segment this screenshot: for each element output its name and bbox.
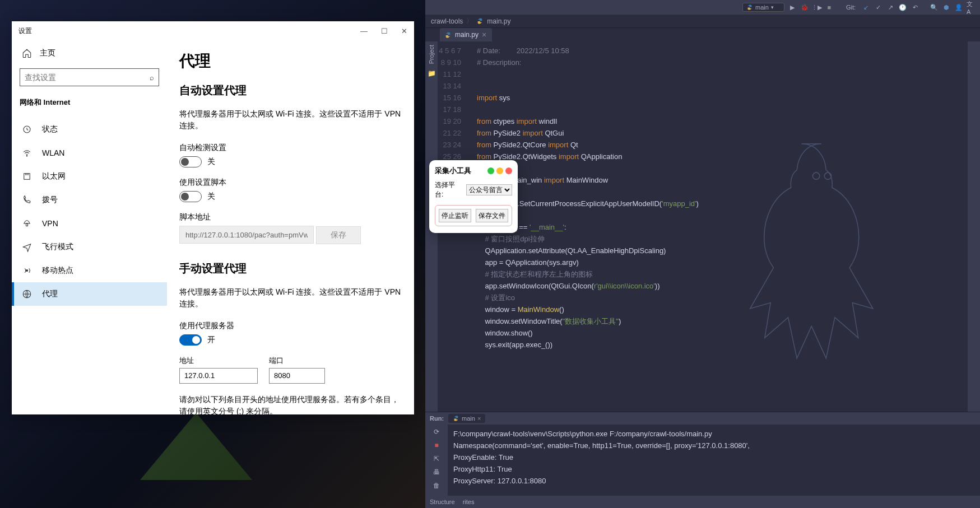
script-address-input[interactable] bbox=[179, 226, 314, 244]
git-update-icon[interactable]: ↙ bbox=[861, 3, 870, 12]
sidebar-item-label: 拨号 bbox=[42, 195, 58, 205]
git-label: Git: bbox=[844, 4, 858, 11]
stop-icon[interactable]: ■ bbox=[825, 3, 834, 12]
chevron-down-icon: ▾ bbox=[771, 4, 774, 10]
settings-sidebar: 主页 ⌕ 网络和 Internet 状态 WLAN 以太网 拨号 VPN 飞行模… bbox=[12, 40, 167, 414]
avatar-icon[interactable]: 👤 bbox=[954, 3, 963, 12]
auto-description: 将代理服务器用于以太网或 Wi-Fi 连接。这些设置不适用于 VPN 连接。 bbox=[179, 108, 402, 132]
chevron-right-icon: 〉 bbox=[466, 16, 473, 26]
python-icon bbox=[444, 31, 452, 39]
search-input[interactable] bbox=[25, 73, 150, 82]
rerun-icon[interactable]: ⟳ bbox=[434, 428, 439, 436]
save-button-auto[interactable]: 保存 bbox=[316, 226, 361, 244]
window-controls: — ☐ ✕ bbox=[360, 27, 407, 35]
python-icon bbox=[476, 17, 484, 25]
port-input[interactable] bbox=[269, 368, 325, 384]
folder-icon[interactable]: 📁 bbox=[428, 69, 436, 77]
sidebar-item-label: 以太网 bbox=[42, 171, 66, 181]
git-push-icon[interactable]: ↗ bbox=[886, 3, 895, 12]
sidebar-item-label: 代理 bbox=[42, 289, 58, 299]
sidebar-item-label: WLAN bbox=[42, 148, 64, 157]
stop-icon[interactable]: ■ bbox=[434, 441, 438, 449]
run-config-selector[interactable]: main ▾ bbox=[742, 3, 784, 12]
vpn-icon bbox=[22, 218, 32, 229]
close-icon[interactable]: × bbox=[477, 415, 481, 422]
python-icon bbox=[746, 4, 753, 11]
save-file-button[interactable]: 保存文件 bbox=[476, 209, 508, 222]
sidebar-item-vpn[interactable]: VPN bbox=[12, 212, 167, 235]
more-run-icon[interactable]: ⋮▶ bbox=[812, 3, 821, 12]
run-icon[interactable]: ▶ bbox=[788, 3, 797, 12]
sidebar-item-home[interactable]: 主页 bbox=[12, 43, 167, 64]
status-icon bbox=[22, 124, 32, 134]
run-config-name: main bbox=[755, 4, 769, 11]
minimize-button[interactable]: — bbox=[360, 27, 368, 35]
svg-point-4 bbox=[26, 270, 28, 272]
sidebar-item-label: VPN bbox=[42, 219, 58, 228]
light-yellow[interactable] bbox=[496, 167, 503, 174]
layout-icon[interactable]: ⇱ bbox=[434, 455, 439, 463]
maximize-button[interactable]: ☐ bbox=[381, 27, 388, 35]
light-red[interactable] bbox=[505, 167, 512, 174]
git-history-icon[interactable]: 🕐 bbox=[898, 3, 907, 12]
git-revert-icon[interactable]: ↶ bbox=[911, 3, 919, 12]
breadcrumb: crawl-tools 〉 main.py bbox=[425, 15, 980, 28]
ide-toolbar: main ▾ ▶ 🐞 ⋮▶ ■ Git: ↙ ✓ ↗ 🕐 ↶ 🔍 ⬢ 👤 文A bbox=[425, 0, 980, 15]
close-tab-icon[interactable]: × bbox=[482, 30, 486, 39]
translate-icon[interactable]: 文A bbox=[967, 3, 976, 12]
platform-label: 选择平台: bbox=[435, 180, 463, 199]
sidebar-item-label: 移动热点 bbox=[42, 265, 73, 276]
favorites-toolwindow-button[interactable]: rites bbox=[463, 498, 475, 505]
traffic-lights bbox=[487, 167, 512, 174]
search-icon[interactable]: 🔍 bbox=[930, 3, 939, 12]
trash-icon[interactable]: 🗑 bbox=[433, 482, 440, 490]
address-input[interactable] bbox=[179, 368, 258, 384]
stop-listen-button[interactable]: 停止监听 bbox=[439, 209, 471, 222]
sidebar-item-wlan[interactable]: WLAN bbox=[12, 141, 167, 165]
page-title: 代理 bbox=[179, 50, 402, 72]
use-proxy-toggle[interactable] bbox=[179, 334, 202, 346]
print-icon[interactable]: 🖶 bbox=[433, 468, 440, 476]
right-toolwindow-bar bbox=[968, 41, 980, 412]
sidebar-item-label: 飞行模式 bbox=[42, 242, 73, 252]
code-editor[interactable]: # Date: 2022/12/5 10:58# Description: im… bbox=[467, 41, 968, 412]
run-tab-label: main bbox=[462, 415, 475, 422]
sidebar-category: 网络和 Internet bbox=[12, 94, 167, 118]
git-commit-icon[interactable]: ✓ bbox=[874, 3, 883, 12]
editor-tabs: main.py × bbox=[425, 28, 980, 41]
settings-icon[interactable]: ⬢ bbox=[942, 3, 951, 12]
settings-titlebar: 设置 — ☐ ✕ bbox=[12, 21, 414, 40]
run-output[interactable]: F:\company\crawl-tools\venv\Scripts\pyth… bbox=[448, 425, 980, 496]
light-green[interactable] bbox=[487, 167, 494, 174]
sidebar-item-airplane[interactable]: 飞行模式 bbox=[12, 235, 167, 259]
ethernet-icon bbox=[22, 171, 32, 181]
auto-detect-state: 关 bbox=[207, 157, 215, 167]
exclude-description: 请勿对以下列条目开头的地址使用代理服务器。若有多个条目，请使用英文分号 (;) … bbox=[179, 394, 402, 415]
home-label: 主页 bbox=[40, 48, 55, 58]
breadcrumb-project[interactable]: crawl-tools bbox=[431, 17, 463, 25]
debug-icon[interactable]: 🐞 bbox=[800, 3, 809, 12]
tab-main-py[interactable]: main.py × bbox=[440, 28, 492, 41]
sidebar-item-proxy[interactable]: 代理 bbox=[12, 282, 167, 306]
use-script-label: 使用设置脚本 bbox=[179, 178, 402, 188]
sidebar-item-ethernet[interactable]: 以太网 bbox=[12, 165, 167, 188]
use-script-state: 关 bbox=[207, 192, 215, 202]
use-script-toggle[interactable] bbox=[179, 191, 202, 202]
sidebar-item-hotspot[interactable]: 移动热点 bbox=[12, 259, 167, 282]
auto-detect-toggle[interactable] bbox=[179, 156, 202, 167]
structure-toolwindow-button[interactable]: Structure bbox=[430, 498, 455, 505]
manual-description: 将代理服务器用于以太网或 Wi-Fi 连接。这些设置不适用于 VPN 连接。 bbox=[179, 286, 402, 310]
project-toolwindow-button[interactable]: Project bbox=[428, 45, 435, 64]
platform-select[interactable]: 公众号留言 bbox=[466, 184, 512, 195]
settings-search[interactable]: ⌕ bbox=[20, 68, 159, 86]
settings-body: 主页 ⌕ 网络和 Internet 状态 WLAN 以太网 拨号 VPN 飞行模… bbox=[12, 40, 414, 414]
tool-title: 采集小工具 bbox=[435, 166, 471, 176]
dialup-icon bbox=[22, 195, 32, 205]
close-button[interactable]: ✕ bbox=[401, 27, 407, 35]
wifi-icon bbox=[22, 148, 32, 158]
run-tab-main[interactable]: main × bbox=[448, 414, 485, 423]
breadcrumb-file[interactable]: main.py bbox=[487, 17, 510, 25]
status-bar: Structure rites bbox=[425, 496, 980, 508]
sidebar-item-dialup[interactable]: 拨号 bbox=[12, 188, 167, 212]
sidebar-item-status[interactable]: 状态 bbox=[12, 118, 167, 141]
